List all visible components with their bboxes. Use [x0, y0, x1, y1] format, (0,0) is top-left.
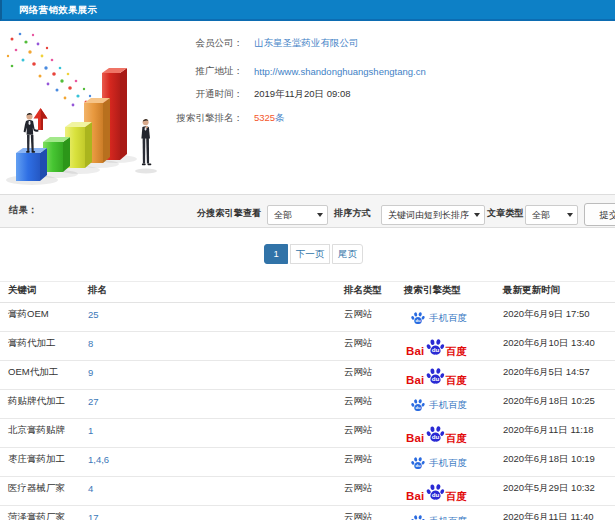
rank-count-unit: 条 [275, 112, 285, 123]
col-engine-type: 搜索引擎类型 [396, 282, 495, 303]
baidu-logo-bai: Bai [406, 491, 425, 501]
svg-text:du: du [415, 463, 421, 468]
rank-count-label: 搜索引擎排名： [170, 112, 243, 125]
keyword-cell: 菏泽膏药厂家 [0, 506, 80, 520]
article-type-select[interactable]: 全部 [525, 205, 578, 225]
keyword-cell: 膏药代加工 [0, 332, 80, 361]
update-time-cell: 2020年6月11日 11:18 [495, 419, 615, 448]
engine-type-cell: du 手机百度 Bai du 百度 [396, 506, 495, 520]
mobile-baidu-label: 手机百度 [429, 515, 467, 520]
baidu-logo-cn: 百度 [446, 433, 467, 443]
open-time-value: 2019年11月20日 09:08 [254, 88, 350, 101]
table-body: 膏药OEM 25 云网站 du 手机百度 Bai [0, 303, 615, 520]
mobile-baidu-logo: du 手机百度 [411, 457, 495, 470]
baidu-paw-icon: du [411, 399, 425, 412]
info-section: 会员公司： 山东皇圣堂药业有限公司 推广地址： http://www.shand… [0, 21, 615, 194]
page-title: 网络营销效果展示 [19, 4, 97, 17]
growth-arrow-icon [34, 108, 48, 130]
svg-text:du: du [415, 405, 421, 410]
rank-cell: 4 [80, 477, 336, 506]
svg-text:du: du [415, 318, 421, 323]
submit-button[interactable]: 提交 [584, 203, 615, 226]
rank-type-cell: 云网站 [336, 332, 396, 361]
engine-type-cell: du 手机百度 Bai du 百度 [396, 361, 495, 390]
info-row-open-time: 开通时间： 2019年11月20日 09:08 [170, 88, 350, 100]
mobile-baidu-logo: du 手机百度 [411, 515, 495, 520]
svg-text:du: du [431, 375, 439, 382]
businessman-left [24, 113, 39, 153]
engine-filter-value: 全部 [274, 209, 313, 222]
svg-text:du: du [431, 491, 439, 498]
engine-type-cell: du 手机百度 Bai du 百度 [396, 390, 495, 419]
confetti-dots [7, 33, 91, 107]
rank-type-cell: 云网站 [336, 506, 396, 520]
mobile-baidu-label: 手机百度 [429, 457, 467, 470]
title-bar: 网络营销效果展示 [0, 0, 615, 21]
rank-count-value[interactable]: 5325条 [254, 112, 285, 125]
article-type-label: 文章类型 [487, 209, 524, 218]
table-row: OEM代加工 9 云网站 du 手机百度 Bai [0, 361, 615, 390]
rank-cell: 1 [80, 419, 336, 448]
update-time-cell: 2020年6月18日 10:19 [495, 448, 615, 477]
update-time-cell: 2020年6月11日 11:40 [495, 506, 615, 520]
table-header-row: 关键词 排名 排名类型 搜索引擎类型 最新更新时间 [0, 282, 615, 303]
engine-type-cell: du 手机百度 Bai du 百度 [396, 477, 495, 506]
engine-type-cell: du 手机百度 Bai du 百度 [396, 303, 495, 332]
company-label: 会员公司： [170, 37, 243, 50]
table-row: 膏药代加工 8 云网站 du 手机百度 Bai [0, 332, 615, 361]
filter-bar: 结果： 分搜索引擎查看 全部 排序方式 关键词由短到长排序 文章类型 全部 提交 [0, 194, 615, 228]
baidu-paw-icon: du [426, 339, 445, 356]
chevron-down-icon [474, 213, 480, 217]
info-row-rank-count: 搜索引擎排名： 5325条 [170, 112, 285, 124]
company-value-link[interactable]: 山东皇圣堂药业有限公司 [254, 37, 359, 50]
url-value-link[interactable]: http://www.shandonghuangshengtang.cn [254, 66, 426, 77]
keyword-cell: 药贴牌代加工 [0, 390, 80, 419]
col-keyword: 关键词 [0, 282, 80, 303]
update-time-cell: 2020年6月10日 13:40 [495, 332, 615, 361]
sort-value: 关键词由短到长排序 [388, 209, 470, 222]
update-time-cell: 2020年6月9日 17:50 [495, 303, 615, 332]
page-1-button[interactable]: 1 [264, 244, 288, 264]
baidu-logo-cn: 百度 [446, 346, 467, 356]
svg-text:du: du [431, 433, 439, 440]
last-page-button[interactable]: 尾页 [332, 244, 363, 264]
baidu-paw-icon: du [426, 484, 445, 501]
keyword-cell: 枣庄膏药加工 [0, 448, 80, 477]
baidu-logo: Bai du 百度 [406, 484, 495, 501]
engine-type-cell: du 手机百度 Bai du 百度 [396, 332, 495, 361]
table-row: 北京膏药贴牌 1 云网站 du 手机百度 Bai [0, 419, 615, 448]
rank-type-cell: 云网站 [336, 419, 396, 448]
baidu-logo-cn: 百度 [446, 375, 467, 385]
info-row-url: 推广地址： http://www.shandonghuangshengtang.… [170, 65, 426, 77]
result-label: 结果： [9, 204, 38, 217]
table-row: 医疗器械厂家 4 云网站 du 手机百度 Bai [0, 477, 615, 506]
pagination: 1 下一页 尾页 [0, 244, 615, 264]
baidu-logo-cn: 百度 [446, 491, 467, 501]
baidu-paw-icon: du [426, 368, 445, 385]
info-row-company: 会员公司： 山东皇圣堂药业有限公司 [170, 37, 359, 49]
col-rank-type: 排名类型 [336, 282, 396, 303]
rank-cell: 17 [80, 506, 336, 520]
mobile-baidu-label: 手机百度 [429, 312, 467, 325]
table-row: 菏泽膏药厂家 17 云网站 du 手机百度 Bai [0, 506, 615, 520]
keyword-cell: 医疗器械厂家 [0, 477, 80, 506]
url-label: 推广地址： [170, 65, 243, 78]
sort-select[interactable]: 关键词由短到长排序 [381, 205, 485, 225]
col-rank: 排名 [80, 282, 336, 303]
keyword-rank-table: 关键词 排名 排名类型 搜索引擎类型 最新更新时间 膏药OEM 25 云网站 d… [0, 281, 615, 520]
baidu-paw-icon: du [411, 312, 425, 325]
rank-type-cell: 云网站 [336, 390, 396, 419]
baidu-logo: Bai du 百度 [406, 339, 495, 356]
engine-filter-label: 分搜索引擎查看 [197, 209, 261, 218]
rank-type-cell: 云网站 [336, 303, 396, 332]
rank-cell: 25 [80, 303, 336, 332]
mobile-baidu-label: 手机百度 [429, 399, 467, 412]
article-type-value: 全部 [532, 209, 563, 222]
mobile-baidu-logo: du 手机百度 [411, 312, 495, 325]
engine-filter-select[interactable]: 全部 [267, 205, 328, 225]
bar-green [43, 137, 70, 172]
next-page-button[interactable]: 下一页 [290, 244, 331, 264]
baidu-paw-icon: du [426, 426, 445, 443]
baidu-logo-bai: Bai [406, 346, 425, 356]
col-update-time: 最新更新时间 [495, 282, 615, 303]
